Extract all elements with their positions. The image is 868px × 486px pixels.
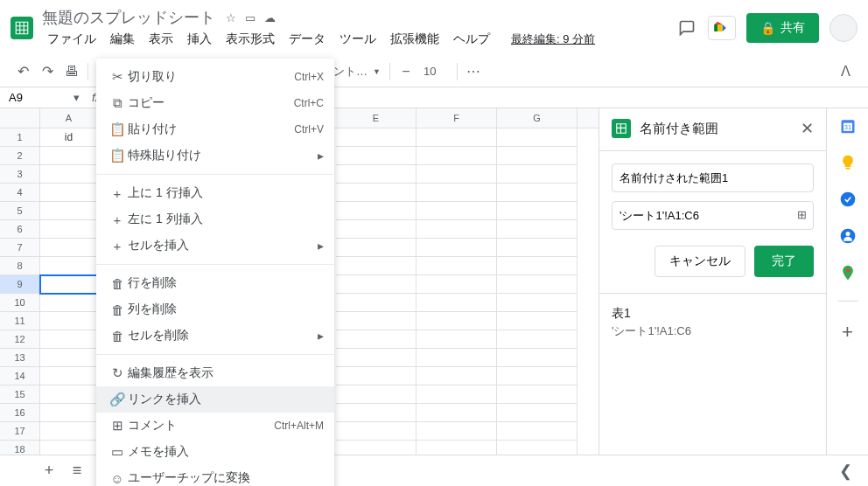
ctx-note[interactable]: ▭メモを挿入 bbox=[96, 439, 334, 465]
cell[interactable] bbox=[416, 257, 497, 275]
cell[interactable] bbox=[336, 312, 416, 330]
all-sheets-button[interactable]: ≡ bbox=[63, 459, 91, 483]
col-header-g[interactable]: G bbox=[497, 108, 578, 128]
cell[interactable] bbox=[497, 312, 578, 330]
cell[interactable] bbox=[336, 128, 416, 147]
cell[interactable] bbox=[40, 202, 98, 220]
cell[interactable] bbox=[416, 275, 497, 294]
ctx-insert-col[interactable]: +左に 1 列挿入 bbox=[96, 206, 334, 233]
cell[interactable] bbox=[497, 202, 578, 220]
cell[interactable] bbox=[416, 128, 497, 147]
cell[interactable] bbox=[497, 165, 578, 184]
row-header[interactable]: 14 bbox=[0, 367, 40, 385]
calendar-icon[interactable]: 31 bbox=[839, 117, 857, 135]
cell[interactable] bbox=[40, 367, 98, 385]
cell[interactable] bbox=[336, 275, 416, 294]
cancel-button[interactable]: キャンセル bbox=[654, 246, 746, 277]
cell[interactable] bbox=[497, 349, 578, 367]
cell[interactable] bbox=[416, 349, 497, 367]
cell[interactable] bbox=[40, 184, 98, 202]
cell[interactable] bbox=[416, 220, 497, 239]
cell[interactable] bbox=[416, 422, 497, 441]
row-header[interactable]: 17 bbox=[0, 422, 40, 441]
row-header[interactable]: 6 bbox=[0, 220, 40, 239]
menu-view[interactable]: 表示 bbox=[144, 30, 178, 49]
ctx-edit-history[interactable]: ↻編集履歴を表示 bbox=[96, 360, 334, 386]
cell[interactable] bbox=[416, 294, 497, 312]
menu-tools[interactable]: ツール bbox=[334, 30, 382, 49]
row-header[interactable]: 2 bbox=[0, 147, 40, 165]
row-header[interactable]: 3 bbox=[0, 165, 40, 184]
cell[interactable] bbox=[40, 165, 98, 184]
row-header[interactable]: 10 bbox=[0, 294, 40, 312]
row-header[interactable]: 7 bbox=[0, 239, 40, 257]
cell[interactable] bbox=[416, 202, 497, 220]
namebox-dropdown-icon[interactable]: ▾ bbox=[68, 91, 85, 104]
cell[interactable] bbox=[40, 385, 98, 404]
menu-format[interactable]: 表示形式 bbox=[220, 30, 280, 49]
ctx-comment[interactable]: ⊞コメントCtrl+Alt+M bbox=[96, 413, 334, 439]
font-size-minus[interactable]: − bbox=[394, 61, 418, 82]
star-icon[interactable]: ☆ bbox=[226, 11, 236, 24]
add-addon-icon[interactable]: + bbox=[839, 321, 857, 338]
range-ref-input[interactable] bbox=[612, 201, 814, 230]
menu-extensions[interactable]: 拡張機能 bbox=[385, 30, 444, 49]
cell[interactable] bbox=[336, 239, 416, 257]
ctx-paste[interactable]: 📋貼り付けCtrl+V bbox=[96, 116, 334, 142]
cell[interactable] bbox=[497, 367, 578, 385]
cell[interactable] bbox=[497, 128, 578, 147]
cell[interactable] bbox=[497, 184, 578, 202]
row-header[interactable]: 8 bbox=[0, 257, 40, 275]
menu-data[interactable]: データ bbox=[284, 30, 331, 49]
font-selector[interactable]: ント…▼ bbox=[328, 64, 386, 80]
cell[interactable] bbox=[416, 147, 497, 165]
cell[interactable] bbox=[497, 147, 578, 165]
explore-icon[interactable]: ❮ bbox=[839, 462, 852, 481]
cell[interactable] bbox=[497, 275, 578, 294]
name-box[interactable] bbox=[5, 89, 68, 106]
print-icon[interactable]: 🖶 bbox=[60, 61, 84, 82]
cell[interactable] bbox=[336, 422, 416, 441]
cell[interactable] bbox=[40, 330, 98, 349]
account-avatar[interactable] bbox=[830, 14, 858, 42]
menu-help[interactable]: ヘルプ bbox=[448, 30, 495, 49]
cell[interactable] bbox=[416, 184, 497, 202]
cell[interactable] bbox=[336, 330, 416, 349]
cell[interactable] bbox=[497, 422, 578, 441]
maps-icon[interactable] bbox=[839, 264, 857, 281]
share-button[interactable]: 🔒共有 bbox=[746, 13, 819, 43]
cell[interactable] bbox=[497, 220, 578, 239]
row-header[interactable]: 5 bbox=[0, 202, 40, 220]
cell[interactable] bbox=[497, 294, 578, 312]
row-header[interactable]: 15 bbox=[0, 385, 40, 404]
contacts-icon[interactable] bbox=[839, 227, 857, 245]
cell[interactable] bbox=[40, 349, 98, 367]
row-header[interactable]: 1 bbox=[0, 128, 40, 147]
row-header[interactable]: 9 bbox=[0, 275, 40, 294]
ctx-paste-special[interactable]: 📋特殊貼り付け▸ bbox=[96, 142, 334, 169]
cloud-status-icon[interactable]: ☁ bbox=[264, 11, 276, 24]
cell[interactable] bbox=[497, 239, 578, 257]
cell[interactable] bbox=[40, 239, 98, 257]
comments-history-icon[interactable] bbox=[676, 17, 697, 38]
row-header[interactable]: 13 bbox=[0, 349, 40, 367]
cell[interactable] bbox=[40, 220, 98, 239]
doc-title[interactable]: 無題のスプレッドシート bbox=[42, 7, 215, 28]
menu-insert[interactable]: 挿入 bbox=[182, 30, 217, 49]
select-all-corner[interactable] bbox=[0, 108, 40, 128]
cell[interactable] bbox=[336, 184, 416, 202]
meet-icon[interactable] bbox=[708, 16, 736, 40]
ctx-insert-link[interactable]: 🔗リンクを挿入 bbox=[96, 386, 334, 413]
cell[interactable] bbox=[40, 275, 98, 294]
cell[interactable] bbox=[40, 147, 98, 165]
collapse-toolbar-icon[interactable]: ᐱ bbox=[833, 61, 858, 82]
cell[interactable] bbox=[336, 385, 416, 404]
cell[interactable] bbox=[416, 367, 497, 385]
ctx-copy[interactable]: ⧉コピーCtrl+C bbox=[96, 90, 334, 116]
named-range-item[interactable]: 表1 'シート1'!A1:C6 bbox=[599, 293, 826, 351]
cell[interactable] bbox=[416, 312, 497, 330]
cell[interactable] bbox=[40, 312, 98, 330]
last-edit-link[interactable]: 最終編集: 9 分前 bbox=[506, 30, 600, 49]
more-toolbar-icon[interactable]: ⋯ bbox=[461, 61, 486, 82]
add-sheet-button[interactable]: + bbox=[35, 459, 63, 483]
